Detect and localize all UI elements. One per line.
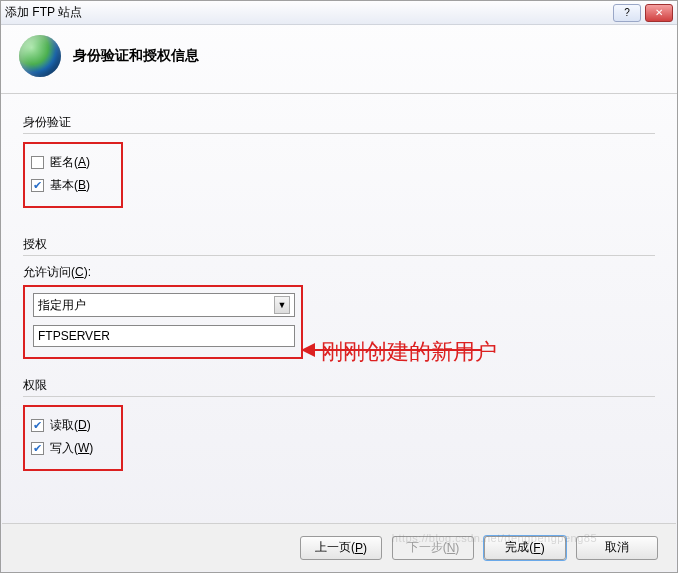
read-checkbox[interactable]	[31, 419, 44, 432]
read-row[interactable]: 读取(D)	[31, 417, 113, 434]
cancel-button[interactable]: 取消	[576, 536, 658, 560]
perm-section-label: 权限	[23, 377, 655, 394]
write-checkbox[interactable]	[31, 442, 44, 455]
button-bar: 上一页(P) 下一步(N) 完成(F) 取消	[2, 523, 676, 571]
content-area: 身份验证 匿名(A) 基本(B) 授权 允许访问(C): 指定	[1, 94, 677, 471]
basic-row[interactable]: 基本(B)	[31, 177, 113, 194]
dialog-window: 添加 FTP 站点 ? ✕ 身份验证和授权信息 身份验证 匿名(A) 基本(B)	[0, 0, 678, 573]
window-title: 添加 FTP 站点	[5, 4, 613, 21]
perm-highlight-box: 读取(D) 写入(W)	[23, 405, 123, 471]
write-label: 写入(W)	[50, 440, 93, 457]
read-label: 读取(D)	[50, 417, 91, 434]
finish-button[interactable]: 完成(F)	[484, 536, 566, 560]
prev-button[interactable]: 上一页(P)	[300, 536, 382, 560]
allow-access-select[interactable]: 指定用户 ▼	[33, 293, 295, 317]
basic-checkbox[interactable]	[31, 179, 44, 192]
user-input[interactable]	[33, 325, 295, 347]
auth-section-label: 身份验证	[23, 114, 655, 131]
write-row[interactable]: 写入(W)	[31, 440, 113, 457]
globe-icon	[19, 35, 61, 77]
window-buttons: ? ✕	[613, 4, 673, 22]
next-button: 下一步(N)	[392, 536, 474, 560]
page-header: 身份验证和授权信息	[1, 25, 677, 93]
authz-section-label: 授权	[23, 236, 655, 253]
page-title: 身份验证和授权信息	[73, 47, 199, 65]
authz-highlight-box: 指定用户 ▼	[23, 285, 303, 359]
dropdown-arrow-icon: ▼	[274, 296, 290, 314]
anonymous-checkbox[interactable]	[31, 156, 44, 169]
titlebar: 添加 FTP 站点 ? ✕	[1, 1, 677, 25]
help-button[interactable]: ?	[613, 4, 641, 22]
anonymous-label: 匿名(A)	[50, 154, 90, 171]
basic-label: 基本(B)	[50, 177, 90, 194]
anonymous-row[interactable]: 匿名(A)	[31, 154, 113, 171]
close-button[interactable]: ✕	[645, 4, 673, 22]
auth-highlight-box: 匿名(A) 基本(B)	[23, 142, 123, 208]
allow-access-label: 允许访问(C):	[23, 264, 655, 281]
annotation-text: 刚刚创建的新用户	[321, 337, 497, 367]
select-value: 指定用户	[38, 297, 86, 314]
